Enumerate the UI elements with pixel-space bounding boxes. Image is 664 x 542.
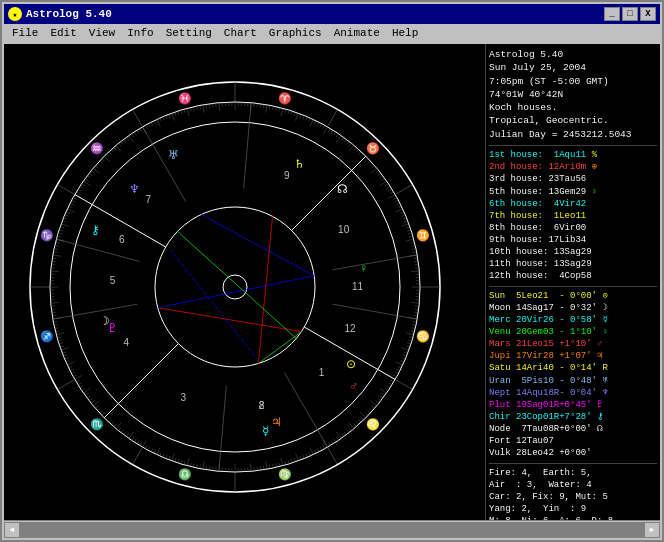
menu-help[interactable]: Help xyxy=(386,26,424,42)
side-panel: Astrolog 5.40 Sun July 25, 2004 7:05pm (… xyxy=(485,44,660,520)
menu-edit[interactable]: Edit xyxy=(44,26,82,42)
chart-area xyxy=(4,44,485,520)
stats-section: Fire: 4, Earth: 5, Air : 3, Water: 4 Car… xyxy=(489,467,657,520)
divider-3 xyxy=(489,463,657,464)
divider-2 xyxy=(489,286,657,287)
house-10: 10th house: 13Sag29 xyxy=(489,246,657,258)
planet-satu: Satu 14Ari40 - 0°14' R xyxy=(489,362,657,374)
house-12: 12th house: 4Cop58 xyxy=(489,270,657,282)
house-7: 7th house: 1Leo11 xyxy=(489,210,657,222)
planet-fort: Fort 12Tau07 xyxy=(489,435,657,447)
menu-view[interactable]: View xyxy=(83,26,121,42)
planet-vulk: Vulk 28Leo42 +0°00' xyxy=(489,447,657,459)
planet-node: Node 7Tau08R+0°00' ☊ xyxy=(489,423,657,435)
planet-chir: Chir 23Cop01R+7°28' ⚷ xyxy=(489,411,657,423)
houses-section: 1st house: 1Aqu11 % 2nd house: 12Ari0m ⊕… xyxy=(489,149,657,283)
house-9: 9th house: 17Lib34 xyxy=(489,234,657,246)
house-11: 11th house: 13Sag29 xyxy=(489,258,657,270)
header-date: Sun July 25, 2004 xyxy=(489,61,657,74)
house-5: 5th house: 13Gem29 ♀ xyxy=(489,186,657,198)
title-buttons: _ □ X xyxy=(604,7,656,21)
planet-nept: Nept 14Aqu18R- 0°04' ♆ xyxy=(489,387,657,399)
menu-bar: File Edit View Info Setting Chart Graphi… xyxy=(4,24,660,44)
planet-merc: Merc 20Vir26 - 0°58' ☿ xyxy=(489,314,657,326)
planets-section: Sun 5Leo21 - 0°00' ⊙ Moon 14Sag17 - 0°32… xyxy=(489,290,657,460)
menu-setting[interactable]: Setting xyxy=(160,26,218,42)
menu-graphics[interactable]: Graphics xyxy=(263,26,328,42)
house-2: 2nd house: 12Ari0m ⊕ xyxy=(489,161,657,173)
planet-plut: Plut 19Sag01R+0°45' ♇ xyxy=(489,399,657,411)
planet-mars: Mars 21Leo15 +1°10' ♂ xyxy=(489,338,657,350)
planet-uran: Uran 5Pis10 - 0°48' ♅ xyxy=(489,375,657,387)
menu-chart[interactable]: Chart xyxy=(218,26,263,42)
title-bar: ★ Astrolog 5.40 _ □ X xyxy=(4,4,660,24)
header-houses: Koch houses. xyxy=(489,101,657,114)
header-julian: Julian Day = 2453212.5043 xyxy=(489,128,657,141)
stat-air-water: Air : 3, Water: 4 xyxy=(489,479,657,491)
house-3: 3rd house: 23Tau56 xyxy=(489,173,657,185)
house-8: 8th house: 6Vir00 xyxy=(489,222,657,234)
planet-moon: Moon 14Sag17 - 0°32' ☽ xyxy=(489,302,657,314)
main-window: ★ Astrolog 5.40 _ □ X File Edit View Inf… xyxy=(2,2,662,540)
astrology-chart xyxy=(11,44,479,520)
bottom-bar: ◄ ► xyxy=(4,520,660,538)
maximize-button[interactable]: □ xyxy=(622,7,638,21)
app-icon: ★ xyxy=(8,7,22,21)
house-6: 6th house: 4Vir42 xyxy=(489,198,657,210)
menu-file[interactable]: File xyxy=(6,26,44,42)
scroll-right-button[interactable]: ► xyxy=(644,522,660,538)
window-title: Astrolog 5.40 xyxy=(26,8,112,20)
title-bar-left: ★ Astrolog 5.40 xyxy=(8,7,112,21)
close-button[interactable]: X xyxy=(640,7,656,21)
planet-jupi: Jupi 17Vir28 +1°07' ♃ xyxy=(489,350,657,362)
header-app-name: Astrolog 5.40 xyxy=(489,48,657,61)
main-content: Astrolog 5.40 Sun July 25, 2004 7:05pm (… xyxy=(4,44,660,520)
minimize-button[interactable]: _ xyxy=(604,7,620,21)
planet-sun: Sun 5Leo21 - 0°00' ⊙ xyxy=(489,290,657,302)
header-system: Tropical, Geocentric. xyxy=(489,114,657,127)
header-location: 74°01W 40°42N xyxy=(489,88,657,101)
stat-fire-earth: Fire: 4, Earth: 5, xyxy=(489,467,657,479)
stat-car-fix-mut: Car: 2, Fix: 9, Mut: 5 xyxy=(489,491,657,503)
header-time: 7:05pm (ST -5:00 GMT) xyxy=(489,75,657,88)
planet-venu: Venu 20Gem03 - 1°10' ♀ xyxy=(489,326,657,338)
scroll-track[interactable] xyxy=(20,522,644,538)
divider-1 xyxy=(489,145,657,146)
panel-header: Astrolog 5.40 Sun July 25, 2004 7:05pm (… xyxy=(489,48,657,141)
menu-info[interactable]: Info xyxy=(121,26,159,42)
menu-animate[interactable]: Animate xyxy=(328,26,386,42)
stat-yang-yin: Yang: 2, Yin : 9 xyxy=(489,503,657,515)
scroll-left-button[interactable]: ◄ xyxy=(4,522,20,538)
house-1: 1st house: 1Aqu11 % xyxy=(489,149,657,161)
